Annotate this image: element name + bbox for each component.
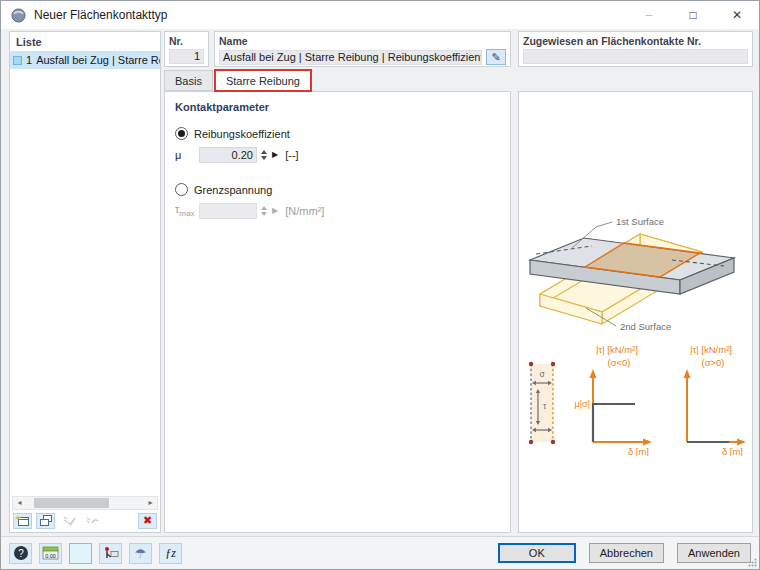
mu-input[interactable]: 0.20 [199, 147, 257, 163]
nr-box: Nr. 1 [164, 31, 209, 67]
name-field[interactable]: Ausfall bei Zug | Starre Reibung | Reibu… [219, 50, 482, 65]
comment-box-button[interactable] [69, 543, 92, 564]
cancel-button[interactable]: Abbrechen [589, 543, 664, 563]
footer-bar: ? 0.00 ☂ [1, 536, 759, 569]
surface1-label: 1st Surface [616, 216, 664, 227]
surface2-label: 2nd Surface [620, 321, 671, 332]
content-panel: Kontaktparameter Reibungskoeffizient μ 0… [164, 91, 511, 533]
list-item[interactable]: 1 Ausfall bei Zug | Starre Reibung | Rei… [10, 51, 160, 69]
pencil-icon: ✎ [491, 51, 500, 64]
umbrella-icon: ☂ [135, 547, 147, 560]
units-settings-button[interactable]: 0.00 [39, 543, 62, 564]
list-panel-title: Liste [10, 32, 160, 51]
apply-button[interactable]: Anwenden [677, 543, 751, 563]
delete-entry-button[interactable]: ✖ [138, 513, 157, 529]
maximize-icon[interactable]: □ [671, 1, 715, 29]
tab-basis[interactable]: Basis [164, 70, 213, 91]
radio-unchecked-icon[interactable] [175, 183, 188, 196]
new-entry-button[interactable]: ★ [13, 513, 32, 529]
mu-row: μ 0.20 ▶ [--] [175, 147, 500, 163]
apply-check-button [59, 513, 78, 529]
close-icon[interactable]: ✕ [715, 1, 759, 29]
new-entry-icon: ★ [15, 514, 30, 527]
tab-bar: Basis Starre Reibung [164, 70, 311, 91]
help-icon: ? [13, 545, 29, 561]
graph-right-title: |τ| [kN/m²] [690, 344, 732, 355]
nr-label: Nr. [169, 35, 204, 47]
svg-text:★: ★ [15, 514, 21, 521]
scroll-left-icon[interactable]: ◂ [13, 497, 26, 509]
list-toolbar: ★ ✖ [13, 512, 157, 529]
scrollbar-track[interactable] [26, 498, 144, 508]
transfer-check-icon [85, 515, 99, 527]
radio-grenzspannung-label: Grenzspannung [194, 184, 272, 196]
titlebar: Neuer Flächenkontakttyp – □ ✕ [1, 1, 759, 29]
list-item-swatch [13, 56, 22, 65]
scroll-right-icon[interactable]: ▸ [144, 497, 157, 509]
tab-starre-reibung[interactable]: Starre Reibung [215, 70, 311, 91]
graph-right-condition: (σ>0) [701, 357, 724, 368]
graph-sigma-negative: |τ| [kN/m²] (σ<0) μ|σ| δ [m] [563, 342, 657, 456]
resize-grip[interactable] [748, 558, 757, 567]
edit-name-button[interactable]: ✎ [486, 49, 506, 65]
units-icon: 0.00 [42, 546, 59, 560]
apply-check-icon [62, 515, 76, 527]
friction-graphs: σ τ |τ| [kN/m²] (σ<0) μ|σ| δ [m] |τ| [kN… [523, 342, 751, 456]
tau-max-unit: [N/mm²] [285, 205, 324, 217]
svg-text:0.00: 0.00 [45, 553, 56, 559]
mu-symbol: μ [175, 149, 199, 161]
radio-checked-icon[interactable] [175, 127, 188, 140]
section-title: Kontaktparameter [175, 101, 500, 113]
minimize-icon[interactable]: – [627, 1, 671, 29]
radio-reibungskoeffizient-label: Reibungskoeffizient [194, 128, 290, 140]
tau-max-detail-button: ▶ [272, 203, 278, 219]
transfer-check-button [82, 513, 101, 529]
graph-left-ylevel: μ|σ| [575, 399, 590, 409]
mu-spinner[interactable] [259, 147, 268, 163]
svg-text:?: ? [18, 548, 24, 559]
assigned-field[interactable] [523, 49, 748, 64]
graph-left-title: |τ| [kN/m²] [596, 344, 638, 355]
copy-entry-icon [39, 514, 53, 527]
function-icon: ƒz [165, 546, 176, 561]
assigned-box: Zugewiesen an Flächenkontakte Nr. [518, 31, 753, 67]
nr-field[interactable]: 1 [169, 49, 204, 64]
assigned-label: Zugewiesen an Flächenkontakte Nr. [523, 35, 748, 47]
radio-grenzspannung[interactable]: Grenzspannung [175, 183, 500, 196]
graph-left-condition: (σ<0) [607, 357, 630, 368]
dialog-neuer-flaechenkontakttyp: Neuer Flächenkontakttyp – □ ✕ Liste 1 Au… [0, 0, 760, 570]
tau-max-row: τmax ▶ [N/mm²] [175, 203, 500, 219]
display-options-icon [102, 546, 119, 560]
list-panel: Liste 1 Ausfall bei Zug | Starre Reibung… [9, 31, 161, 533]
mu-unit: [--] [285, 149, 298, 161]
graph-right-xlabel: δ [m] [722, 446, 743, 456]
ok-button[interactable]: OK [498, 543, 576, 563]
mu-detail-button[interactable]: ▶ [272, 147, 278, 163]
function-button[interactable]: ƒz [159, 543, 182, 564]
display-options-button[interactable] [99, 543, 122, 564]
name-box: Name Ausfall bei Zug | Starre Reibung | … [214, 31, 511, 67]
tau-max-symbol: τmax [175, 203, 199, 218]
sigma-label: σ [539, 369, 545, 379]
umbrella-button[interactable]: ☂ [129, 543, 152, 564]
preview-panel: 1st Surface 2nd Surface [518, 91, 753, 533]
tau-max-spinner [259, 203, 268, 219]
graph-sigma-positive: |τ| [kN/m²] (σ>0) δ [m] [657, 342, 751, 456]
copy-entry-button[interactable] [36, 513, 55, 529]
horizontal-scrollbar[interactable]: ◂ ▸ [12, 496, 158, 510]
radio-reibungskoeffizient[interactable]: Reibungskoeffizient [175, 127, 500, 140]
tau-max-input [199, 203, 257, 219]
surfaces-illustration: 1st Surface 2nd Surface [522, 202, 749, 336]
window-title: Neuer Flächenkontakttyp [34, 8, 167, 22]
app-icon [11, 8, 26, 23]
list-item-number: 1 [26, 54, 32, 66]
list-item-label: Ausfall bei Zug | Starre Reibung | Reibu… [36, 54, 160, 66]
graph-left-xlabel: δ [m] [628, 446, 649, 456]
name-label: Name [219, 35, 506, 47]
scrollbar-thumb[interactable] [34, 498, 108, 508]
contact-symbol-icon: σ τ [523, 356, 563, 452]
help-button[interactable]: ? [9, 543, 32, 564]
